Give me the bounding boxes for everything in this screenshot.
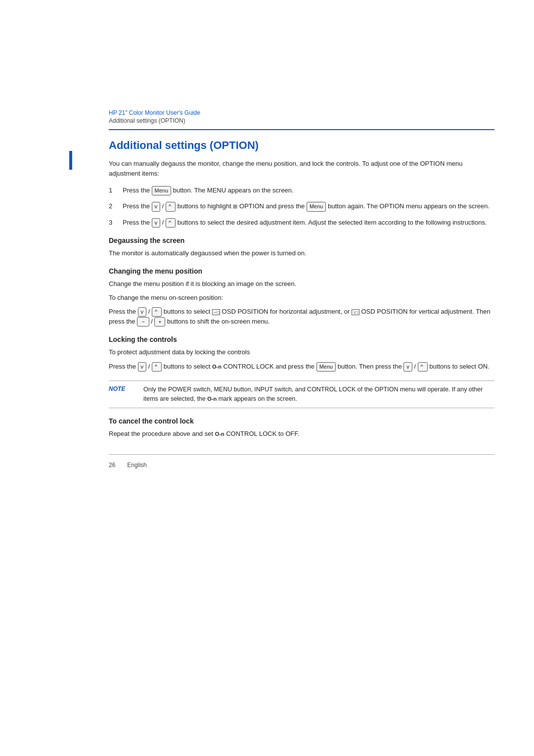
v-btn-lock2: v: [403, 362, 412, 372]
locking-body1: To protect adjustment data by locking th…: [109, 347, 494, 357]
menu-position-title: Changing the menu position: [109, 267, 494, 275]
step-3-num: 3: [109, 218, 123, 228]
section-title: Additional settings (OPTION): [109, 139, 494, 152]
up-button-3: ^: [166, 218, 176, 228]
note-text: Only the POWER switch, MENU button, INPU…: [143, 385, 494, 404]
v-button-2: v: [152, 202, 161, 211]
v-btn-osd: v: [138, 307, 147, 317]
dot-btn: •: [154, 317, 165, 327]
cancel-lock-title: To cancel the control lock: [109, 417, 494, 425]
intro-text: You can manually degauss the monitor, ch…: [109, 159, 494, 179]
locking-body2: Press the v / ^ buttons to select O‑n CO…: [109, 362, 494, 372]
up-btn-osd: ^: [152, 307, 162, 317]
degauss-body: The monitor is automatically degaussed w…: [109, 248, 494, 258]
page-number: 26: [109, 462, 115, 469]
page: HP 21" Color Monitor User's Guide Additi…: [0, 0, 534, 756]
up-btn-lock: ^: [152, 362, 162, 372]
left-blue-bar: [69, 151, 72, 170]
on-mark-note: O‑n: [207, 395, 217, 403]
menu-btn-lock: Menu: [316, 362, 336, 372]
top-rule: [109, 129, 494, 130]
step-1: 1 Press the Menu button. The MENU appear…: [109, 186, 494, 195]
note-label: NOTE: [109, 385, 143, 392]
breadcrumb-sub: Additional settings (OPTION): [109, 117, 494, 124]
locking-title: Locking the controls: [109, 335, 494, 343]
step-2-content: Press the v / ^ buttons to highlight ⊞ O…: [123, 201, 494, 211]
on-mark-cancel: O‑n: [215, 430, 224, 438]
on-mark-1: O‑n: [212, 363, 222, 371]
up-btn-lock2: ^: [418, 362, 428, 372]
option-icon: ⊞: [233, 202, 237, 211]
bottom-rule: [109, 454, 494, 455]
note-block: NOTE Only the POWER switch, MENU button,…: [109, 380, 494, 409]
up-button-2: ^: [166, 202, 176, 211]
cancel-lock-body: Repeat the procedure above and set O‑n C…: [109, 429, 494, 439]
v-button-3: v: [152, 218, 161, 228]
menu-position-body1: Change the menu position if it is blocki…: [109, 279, 494, 289]
step-1-content: Press the Menu button. The MENU appears …: [123, 186, 494, 195]
footer-lang: English: [127, 462, 146, 469]
step-1-num: 1: [109, 186, 123, 195]
step-3: 3 Press the v / ^ buttons to select the …: [109, 218, 494, 228]
degauss-title: Degaussing the screen: [109, 236, 494, 244]
menu-position-body2: To change the menu on-screen position:: [109, 293, 494, 303]
step-3-content: Press the v / ^ buttons to select the de…: [123, 218, 494, 228]
steps-list: 1 Press the Menu button. The MENU appear…: [109, 186, 494, 227]
content-area: HP 21" Color Monitor User's Guide Additi…: [109, 0, 494, 508]
menu-position-body3: Press the v / ^ buttons to select ↔□ OSD…: [109, 307, 494, 327]
breadcrumb: HP 21" Color Monitor User's Guide: [109, 109, 494, 116]
menu-button-2: Menu: [307, 202, 326, 211]
menu-button-1: Menu: [152, 186, 172, 195]
osd-v-icon: ↕□: [352, 309, 359, 315]
osd-h-icon: ↔□: [212, 309, 220, 315]
page-footer: 26 English: [109, 462, 494, 469]
breadcrumb-link[interactable]: HP 21" Color Monitor User's Guide: [109, 109, 200, 116]
step-2: 2 Press the v / ^ buttons to highlight ⊞…: [109, 201, 494, 211]
minus-btn: −: [137, 317, 149, 327]
v-btn-lock: v: [138, 362, 147, 372]
step-2-num: 2: [109, 201, 123, 211]
